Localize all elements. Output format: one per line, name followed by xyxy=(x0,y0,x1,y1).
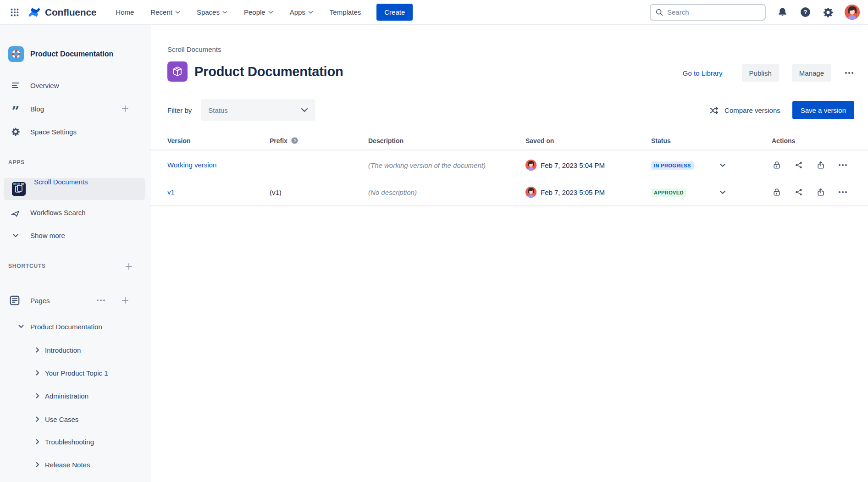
lock-icon xyxy=(772,161,781,170)
lock-button[interactable] xyxy=(772,160,782,170)
nav-recent[interactable]: Recent xyxy=(150,8,180,16)
publish-button[interactable]: Publish xyxy=(742,64,779,82)
status-filter-value: Status xyxy=(208,106,228,114)
share-icon xyxy=(794,188,803,197)
share-button[interactable] xyxy=(794,187,804,197)
saved-on-cell: Feb 7, 2023 5:05 PM xyxy=(525,187,651,198)
pages-header[interactable]: Pages xyxy=(0,290,146,310)
save-version-button[interactable]: Save a version xyxy=(792,101,854,119)
chevron-right-icon[interactable] xyxy=(34,439,41,444)
tree-item-product-documentation[interactable]: Product Documentation xyxy=(0,317,146,336)
user-avatar[interactable] xyxy=(845,5,860,20)
go-to-library-link[interactable]: Go to Library xyxy=(683,69,723,77)
row-more-actions-button[interactable] xyxy=(838,188,848,196)
column-header-status: Status xyxy=(651,137,772,144)
primary-nav: Home Recent Spaces People Apps Templates xyxy=(116,8,361,16)
page-title-row: Product Documentation xyxy=(167,61,343,82)
share-button[interactable] xyxy=(794,160,804,170)
logo-text: Confluence xyxy=(45,7,96,18)
add-page-button[interactable] xyxy=(120,295,131,306)
meatballs-icon xyxy=(96,297,106,304)
tree-item-administration[interactable]: Administration xyxy=(0,387,146,405)
manage-button[interactable]: Manage xyxy=(792,64,831,82)
compare-versions-button[interactable]: Compare versions xyxy=(709,105,780,116)
help-circle-icon[interactable]: ? xyxy=(291,137,299,144)
saved-by-avatar[interactable] xyxy=(525,160,536,171)
space-name: Product Documentation xyxy=(30,50,113,58)
lifebuoy-icon xyxy=(11,49,22,60)
topnav-right: ? xyxy=(650,4,860,21)
notifications-button[interactable] xyxy=(776,6,789,19)
filter-by-label: Filter by xyxy=(167,106,192,114)
show-more-label: Show more xyxy=(30,232,65,239)
chevron-down-icon xyxy=(9,233,22,238)
row-more-actions-button[interactable] xyxy=(838,161,848,169)
nav-people[interactable]: People xyxy=(244,8,273,16)
saved-on-cell: Feb 7, 2023 5:04 PM xyxy=(525,160,651,171)
status-filter-select[interactable]: Status xyxy=(201,99,315,121)
header-actions: Go to Library Publish Manage xyxy=(683,64,854,82)
saved-by-avatar[interactable] xyxy=(525,187,536,198)
breadcrumb[interactable]: Scroll Documents xyxy=(167,45,221,53)
chevron-right-icon[interactable] xyxy=(34,370,41,376)
nav-home[interactable]: Home xyxy=(116,8,134,16)
nav-apps[interactable]: Apps xyxy=(290,8,313,16)
tree-item-release-notes[interactable]: Release Notes xyxy=(0,455,146,474)
tree-item-troubleshooting[interactable]: Troubleshooting xyxy=(0,432,146,451)
export-button[interactable] xyxy=(816,187,826,197)
export-button[interactable] xyxy=(816,160,826,170)
sidebar-item-workflows-search[interactable]: Workflows Search xyxy=(0,203,146,222)
saved-on-timestamp: Feb 7, 2023 5:05 PM xyxy=(541,188,605,196)
settings-button[interactable] xyxy=(822,6,835,19)
nav-spaces[interactable]: Spaces xyxy=(197,8,227,16)
chevron-down-icon[interactable] xyxy=(17,325,25,328)
svg-text:?: ? xyxy=(803,9,807,16)
actions-cell xyxy=(772,187,868,197)
search-box[interactable] xyxy=(650,4,766,21)
chevron-down-icon xyxy=(719,190,726,194)
prefix-cell: (v1) xyxy=(270,188,368,196)
sidebar-item-scroll-documents[interactable]: Scroll Documents xyxy=(4,178,145,200)
plus-icon xyxy=(121,105,129,113)
status-dropdown-button[interactable] xyxy=(718,161,728,169)
tree-item-your-product-topic-1[interactable]: Your Product Topic 1 xyxy=(0,364,146,382)
description-cell: (No description) xyxy=(368,188,525,196)
search-icon xyxy=(655,8,663,17)
chevron-down-icon xyxy=(268,11,273,14)
status-dropdown-button[interactable] xyxy=(718,188,728,196)
help-button[interactable]: ? xyxy=(799,6,812,19)
sidebar-item-label: Space Settings xyxy=(30,128,77,136)
status-cell: IN PROGRESS xyxy=(651,161,772,170)
column-header-description: Description xyxy=(368,137,525,144)
chevron-down-icon xyxy=(175,11,180,14)
chevron-right-icon[interactable] xyxy=(34,347,41,353)
space-header[interactable]: Product Documentation xyxy=(0,43,146,65)
pages-more-button[interactable] xyxy=(95,297,107,304)
chevron-down-icon xyxy=(222,11,227,14)
column-header-actions: Actions xyxy=(772,137,868,144)
version-cell: Working version xyxy=(167,161,270,169)
chevron-right-icon[interactable] xyxy=(34,393,41,399)
sidebar-show-more[interactable]: Show more xyxy=(0,226,146,244)
add-blog-button[interactable] xyxy=(120,103,131,114)
tree-item-label: Your Product Topic 1 xyxy=(45,369,108,377)
chevron-right-icon[interactable] xyxy=(34,462,41,467)
chevron-right-icon[interactable] xyxy=(34,416,41,422)
tree-item-use-cases[interactable]: Use Cases xyxy=(0,410,146,428)
search-input[interactable] xyxy=(667,8,750,16)
confluence-logo[interactable]: Confluence xyxy=(28,6,96,19)
lock-button[interactable] xyxy=(772,187,782,197)
export-icon xyxy=(816,161,825,170)
version-link[interactable]: Working version xyxy=(167,161,216,169)
app-switcher-icon[interactable] xyxy=(8,6,21,19)
nav-templates[interactable]: Templates xyxy=(330,8,361,16)
sidebar-item-blog[interactable]: ” Blog xyxy=(0,100,146,118)
tree-item-introduction[interactable]: Introduction xyxy=(0,341,146,359)
sidebar-item-overview[interactable]: Overview xyxy=(0,76,146,94)
add-shortcut-button[interactable] xyxy=(123,261,134,272)
version-link[interactable]: v1 xyxy=(167,188,175,196)
page-more-actions-button[interactable] xyxy=(844,69,854,77)
tree-item-label: Administration xyxy=(45,392,88,400)
sidebar-item-space-settings[interactable]: Space Settings xyxy=(0,122,146,141)
create-button[interactable]: Create xyxy=(376,4,413,21)
